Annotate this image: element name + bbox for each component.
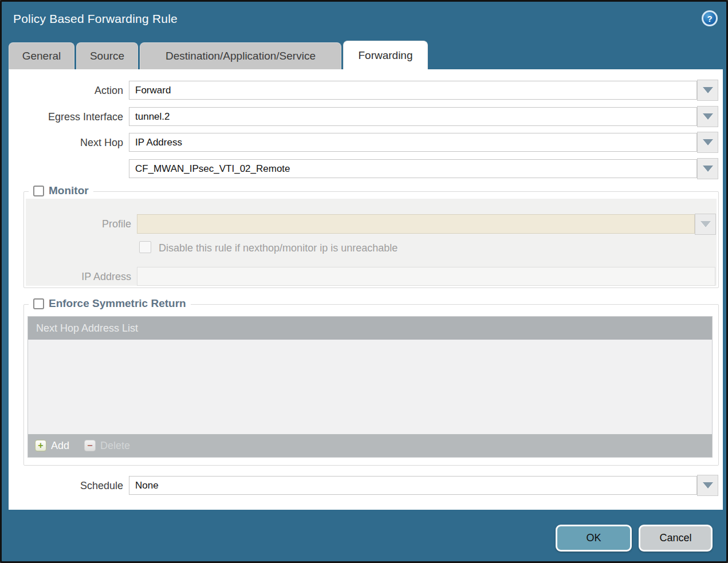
chevron-down-icon — [703, 482, 713, 489]
schedule-input[interactable] — [129, 476, 697, 495]
disable-rule-label: Disable this rule if nexthop/monitor ip … — [159, 242, 398, 254]
egress-interface-label: Egress Interface — [9, 111, 123, 123]
symmetric-return-groupbox: Enforce Symmetric Return Next Hop Addres… — [23, 304, 719, 466]
next-hop-address-input[interactable] — [129, 159, 697, 178]
next-hop-address-list-body[interactable] — [28, 340, 712, 434]
monitor-ip-label: IP Address — [26, 271, 131, 283]
cancel-button[interactable]: Cancel — [639, 525, 713, 552]
egress-interface-dropdown-button[interactable] — [697, 106, 718, 127]
help-icon[interactable]: ? — [702, 10, 718, 26]
schedule-label: Schedule — [9, 480, 123, 492]
symmetric-return-title: Enforce Symmetric Return — [49, 297, 186, 310]
minus-icon: − — [84, 440, 96, 451]
action-input[interactable] — [129, 81, 697, 100]
chevron-down-icon — [701, 221, 711, 227]
next-hop-type-dropdown-button[interactable] — [697, 132, 718, 153]
tab-source[interactable]: Source — [76, 42, 138, 69]
pbf-rule-dialog: Policy Based Forwarding Rule ? General S… — [0, 0, 728, 563]
add-button[interactable]: + Add — [35, 440, 69, 452]
add-button-label: Add — [51, 440, 69, 452]
tab-general[interactable]: General — [9, 42, 74, 69]
chevron-down-icon — [703, 139, 713, 145]
chevron-down-icon — [703, 113, 713, 120]
monitor-groupbox: Monitor Profile Disable this rule if nex… — [23, 191, 719, 288]
profile-input — [137, 214, 695, 234]
next-hop-type-input[interactable] — [129, 133, 697, 152]
chevron-down-icon — [703, 166, 713, 172]
next-hop-address-dropdown-button[interactable] — [697, 158, 718, 179]
delete-button: − Delete — [84, 440, 130, 452]
dialog-title: Policy Based Forwarding Rule — [13, 12, 178, 26]
monitor-legend: Monitor — [29, 184, 93, 197]
disable-rule-checkbox — [139, 241, 151, 253]
egress-interface-input[interactable] — [129, 107, 697, 126]
chevron-down-icon — [703, 87, 713, 93]
forwarding-tab-panel: Action Egress Interface Next Hop Monitor — [9, 69, 723, 510]
symmetric-return-legend: Enforce Symmetric Return — [29, 297, 191, 310]
schedule-dropdown-button[interactable] — [697, 475, 718, 496]
next-hop-label: Next Hop — [9, 137, 123, 149]
symmetric-return-checkbox[interactable] — [33, 298, 44, 309]
action-label: Action — [9, 85, 123, 97]
monitor-checkbox[interactable] — [33, 186, 44, 196]
delete-button-label: Delete — [100, 440, 130, 452]
monitor-title: Monitor — [49, 184, 89, 197]
tab-destination-application-service[interactable]: Destination/Application/Service — [140, 42, 341, 69]
ok-button[interactable]: OK — [556, 525, 632, 552]
next-hop-address-table: Next Hop Address List + Add − Delete — [27, 316, 713, 458]
next-hop-address-list-toolbar: + Add − Delete — [28, 434, 712, 457]
plus-icon: + — [35, 440, 46, 451]
tab-forwarding[interactable]: Forwarding — [343, 41, 428, 69]
tab-bar: General Source Destination/Application/S… — [9, 41, 428, 69]
profile-label: Profile — [26, 218, 131, 230]
next-hop-address-list-header: Next Hop Address List — [28, 317, 712, 340]
monitor-ip-input — [137, 267, 715, 286]
monitor-panel: Profile Disable this rule if nexthop/mon… — [26, 199, 717, 286]
profile-dropdown-button — [695, 214, 716, 235]
action-dropdown-button[interactable] — [697, 80, 718, 101]
